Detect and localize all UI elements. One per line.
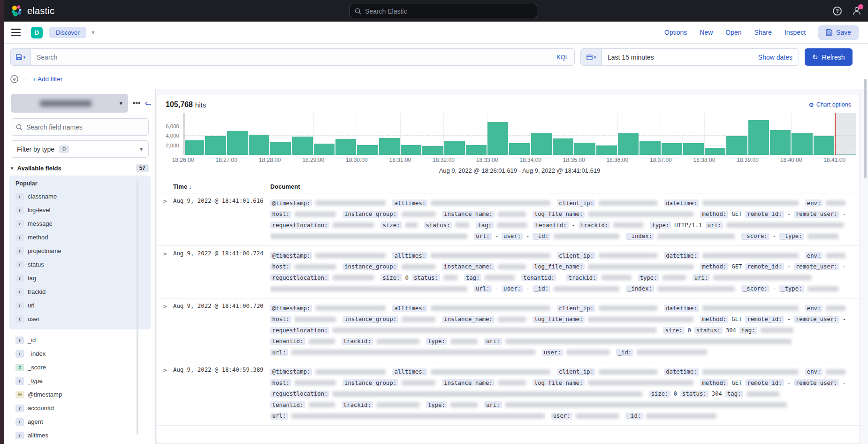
menu-icon[interactable]	[11, 29, 21, 36]
nav-link-inspect[interactable]: Inspect	[784, 29, 806, 36]
redacted-value	[576, 413, 619, 419]
histogram-bar-18:31:30[interactable]	[422, 146, 443, 155]
field-item-_type[interactable]: t_type	[13, 374, 151, 388]
time-range-value[interactable]: Last 15 minutes	[608, 54, 654, 61]
field-badge: env:	[805, 305, 823, 312]
collapse-sidebar-icon[interactable]: ⇐	[145, 100, 152, 107]
field-item-accountid[interactable]: taccountid	[13, 401, 151, 415]
histogram-bar-18:35:00[interactable]	[574, 143, 595, 155]
field-item-@timestamp[interactable]: ⊞@timestamp	[13, 388, 151, 401]
histogram-bar-18:39:30[interactable]	[770, 130, 791, 155]
breadcrumb[interactable]: Discover	[49, 27, 86, 38]
elastic-brand[interactable]: elastic	[11, 5, 54, 17]
saved-query-menu-button[interactable]: ▾	[10, 48, 30, 66]
kql-language-button[interactable]: KQL	[556, 54, 569, 61]
field-item-trackid[interactable]: ttrackid	[13, 285, 148, 299]
page-scrollbar[interactable]	[864, 79, 867, 178]
field-value: -	[787, 316, 791, 322]
field-item-status[interactable]: tstatus	[13, 258, 148, 271]
histogram-bar-18:36:30[interactable]	[640, 141, 660, 155]
expand-row-icon[interactable]: >	[157, 303, 173, 358]
histogram-bar-18:40:30[interactable]	[814, 136, 834, 155]
histogram-bar-18:38:00[interactable]	[705, 148, 725, 155]
histogram-bar-18:37:00[interactable]	[662, 143, 682, 155]
time-column-header[interactable]: Time↓	[173, 183, 270, 190]
histogram-bar-18:34:00[interactable]	[531, 133, 552, 155]
histogram-bar-18:26:30[interactable]	[205, 136, 226, 155]
field-item-projectname[interactable]: tprojectname	[13, 244, 148, 258]
field-item-agent[interactable]: tagent	[13, 415, 151, 429]
nav-link-options[interactable]: Options	[664, 29, 687, 36]
show-dates-button[interactable]: Show dates	[758, 54, 792, 61]
redacted-value	[315, 369, 386, 375]
histogram-bar-18:35:30[interactable]	[596, 145, 617, 155]
field-badge: client_ip:	[557, 252, 595, 259]
expand-row-icon[interactable]: >	[157, 250, 173, 294]
field-item-method[interactable]: tmethod	[13, 230, 148, 244]
field-badge: method:	[700, 211, 728, 218]
query-input[interactable]	[37, 54, 569, 61]
histogram-bar-18:28:00[interactable]	[270, 142, 291, 155]
options-dots-icon[interactable]	[133, 102, 140, 104]
histogram-bar-18:33:30[interactable]	[509, 143, 530, 155]
redacted-value	[662, 275, 686, 280]
histogram-bar-18:33:00[interactable]	[487, 122, 508, 155]
field-item-tag[interactable]: ttag	[13, 271, 148, 285]
histogram-bar-18:30:00[interactable]	[357, 145, 378, 155]
user-avatar[interactable]	[852, 6, 861, 15]
histogram-bar-18:27:30[interactable]	[249, 135, 269, 155]
nav-link-share[interactable]: Share	[754, 29, 772, 36]
histogram-bar-18:36:00[interactable]	[618, 133, 639, 155]
nav-link-open[interactable]: Open	[725, 29, 741, 36]
field-item-_score[interactable]: #_score	[13, 360, 151, 374]
field-item-_index[interactable]: t_index	[13, 347, 151, 360]
calendar-menu-button[interactable]: ▾	[581, 49, 602, 65]
expand-row-icon[interactable]: >	[157, 367, 173, 422]
field-item-_id[interactable]: t_id	[13, 333, 151, 347]
x-axis-tick: 18:35:00	[563, 157, 585, 163]
histogram-bar-18:29:00[interactable]	[314, 144, 335, 155]
index-pattern-select[interactable]: ▾	[11, 94, 128, 113]
histogram-bar-18:32:00[interactable]	[444, 141, 465, 155]
histogram-bar-18:40:00[interactable]	[792, 133, 812, 155]
histogram-bar-18:26:00[interactable]	[183, 140, 204, 155]
field-search-input[interactable]	[26, 123, 144, 131]
field-item-log-level[interactable]: tlog-level	[13, 203, 148, 217]
histogram-bar-18:31:00[interactable]	[401, 145, 421, 155]
field-item-alltimes[interactable]: talltimes	[13, 429, 151, 442]
field-item-classname[interactable]: tclassname	[13, 190, 148, 203]
save-button[interactable]: Save	[818, 25, 859, 40]
field-item-message[interactable]: tmessage	[13, 217, 148, 230]
search-icon	[355, 8, 361, 15]
help-icon[interactable]: ?	[833, 7, 842, 15]
histogram-bar-18:32:30[interactable]	[466, 145, 487, 155]
global-search-input[interactable]	[365, 8, 532, 15]
field-value: -	[843, 263, 846, 270]
histogram-bar-18:27:00[interactable]	[227, 131, 248, 155]
field-item-uri[interactable]: turi	[13, 299, 148, 312]
expand-row-icon[interactable]: >	[157, 198, 173, 242]
global-search[interactable]	[350, 4, 537, 18]
histogram-bar-18:28:30[interactable]	[292, 137, 312, 155]
refresh-button[interactable]: ↻ Refresh	[805, 48, 853, 66]
histogram-bar-18:34:30[interactable]	[553, 138, 573, 155]
histogram-bar-18:29:30[interactable]	[335, 139, 356, 155]
chart-options-button[interactable]: ⚙ Chart options	[808, 101, 851, 108]
sidebar-scrollbar[interactable]	[137, 181, 138, 435]
filter-by-type[interactable]: Filter by type 0 ▾	[11, 140, 149, 158]
field-item-user[interactable]: tuser	[13, 312, 148, 326]
histogram-bar-18:30:30[interactable]	[379, 138, 400, 155]
space-badge[interactable]: D	[31, 27, 43, 38]
filter-icon[interactable]	[10, 75, 18, 83]
histogram-bar-18:39:00[interactable]	[748, 120, 769, 155]
histogram-bar-18:38:30[interactable]	[726, 136, 747, 155]
nav-link-new[interactable]: New	[700, 29, 713, 36]
chevron-down-icon[interactable]: ▾	[92, 29, 95, 36]
available-fields-accordion[interactable]: ▾ Available fields 57	[11, 164, 149, 172]
field-item-appname[interactable]: tappname	[13, 442, 151, 444]
add-filter-button[interactable]: + Add filter	[32, 76, 62, 83]
field-badge: requestlocation:	[270, 327, 329, 334]
y-axis-tick: 2,000	[166, 143, 179, 148]
histogram-bar-18:37:30[interactable]	[683, 143, 704, 155]
x-axis-tick: 18:29:00	[302, 157, 324, 163]
